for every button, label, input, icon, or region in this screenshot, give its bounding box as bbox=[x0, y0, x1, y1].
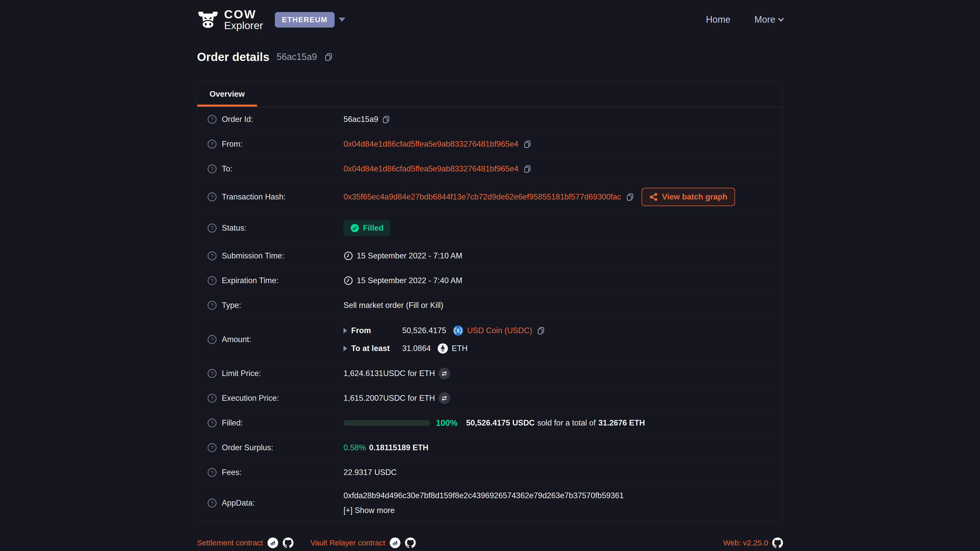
row-appdata: ? AppData: 0xfda28b94d496c30e7bf8d159f8e… bbox=[197, 485, 783, 521]
filled-total-amount: 31.2676 ETH bbox=[598, 418, 645, 427]
network-selector[interactable]: ETHEREUM bbox=[275, 12, 345, 27]
amount-to-label: To at least bbox=[351, 344, 402, 353]
row-fees: ? Fees: 22.9317 USDC bbox=[197, 460, 783, 485]
settlement-contract-link[interactable]: Settlement contract bbox=[197, 538, 263, 547]
svg-text:?: ? bbox=[210, 278, 213, 283]
row-label-text: To: bbox=[222, 164, 232, 173]
svg-text:?: ? bbox=[210, 166, 213, 171]
row-label-text: Submission Time: bbox=[222, 251, 284, 260]
copy-icon[interactable] bbox=[523, 165, 532, 173]
expiration-time-value: 15 September 2022 - 7:40 AM bbox=[357, 276, 463, 285]
row-from: ? From: 0x04d84e1d86cfad5ffea5e9ab833276… bbox=[197, 132, 783, 156]
row-status: ? Status: Filled bbox=[197, 212, 783, 243]
tx-hash-link[interactable]: 0x35f65ec4a9d84e27bdb6844f13e7cb72d9de62… bbox=[344, 192, 621, 202]
svg-text:$: $ bbox=[457, 328, 460, 333]
eth-token-icon bbox=[438, 343, 448, 354]
page-title: Order details bbox=[197, 50, 269, 64]
row-filled: ? Filled: 100% 50,526.4175 USDC sold for… bbox=[197, 410, 783, 435]
svg-text:?: ? bbox=[210, 337, 213, 342]
chevron-down-icon bbox=[778, 16, 784, 22]
svg-text:?: ? bbox=[210, 395, 213, 401]
tab-overview[interactable]: Overview bbox=[197, 81, 257, 106]
help-icon[interactable]: ? bbox=[207, 393, 217, 403]
surplus-amount: 0.18115189 ETH bbox=[369, 443, 428, 452]
order-type-value: Sell market order (Fill or Kill) bbox=[344, 301, 443, 310]
help-icon[interactable]: ? bbox=[207, 164, 217, 174]
usdc-token-link[interactable]: USD Coin (USDC) bbox=[467, 326, 532, 335]
copy-icon[interactable] bbox=[523, 140, 532, 148]
status-badge: Filled bbox=[344, 220, 390, 236]
row-label-text: Order Id: bbox=[222, 115, 253, 124]
view-batch-graph-button[interactable]: View batch graph bbox=[641, 188, 735, 206]
amount-to-value: 31.0864 bbox=[402, 344, 431, 353]
appdata-show-more[interactable]: [+] Show more bbox=[344, 506, 395, 515]
row-submission-time: ? Submission Time: 15 September 2022 - 7… bbox=[197, 243, 783, 268]
limit-price-value: 1,624.6131 bbox=[344, 369, 383, 378]
help-icon[interactable]: ? bbox=[207, 368, 217, 379]
row-limit-price: ? Limit Price: 1,624.6131 USDC for ETH bbox=[197, 361, 783, 386]
amount-from-value: 50,526.4175 bbox=[402, 326, 446, 335]
vault-relayer-group: Vault Relayer contract bbox=[310, 537, 416, 548]
help-icon[interactable]: ? bbox=[207, 251, 217, 261]
help-icon[interactable]: ? bbox=[207, 498, 217, 508]
copy-icon[interactable] bbox=[626, 192, 635, 201]
copy-icon[interactable] bbox=[324, 52, 333, 62]
help-icon[interactable]: ? bbox=[207, 334, 217, 345]
row-order-surplus: ? Order Surplus: 0.58% 0.18115189 ETH bbox=[197, 435, 783, 460]
batch-graph-icon bbox=[649, 192, 658, 201]
svg-text:?: ? bbox=[210, 445, 213, 451]
order-details-card: Overview ? Order Id: 56ac15a9 ? From: 0x… bbox=[197, 81, 783, 521]
svg-text:?: ? bbox=[210, 194, 213, 200]
help-icon[interactable]: ? bbox=[207, 114, 217, 124]
logo-subtitle: Explorer bbox=[224, 20, 263, 31]
limit-price-unit: USDC for ETH bbox=[383, 369, 435, 378]
filled-percentage: 100% bbox=[436, 418, 457, 428]
filled-progress-bar bbox=[344, 420, 430, 426]
check-circle-icon bbox=[350, 224, 360, 233]
row-label-text: Limit Price: bbox=[222, 369, 261, 378]
copy-icon[interactable] bbox=[382, 115, 390, 124]
github-icon[interactable] bbox=[772, 537, 783, 548]
github-icon[interactable] bbox=[405, 537, 416, 548]
nav-home[interactable]: Home bbox=[706, 14, 730, 25]
help-icon[interactable]: ? bbox=[207, 443, 217, 453]
svg-text:?: ? bbox=[210, 225, 213, 231]
row-label-text: Filled: bbox=[222, 418, 243, 427]
nav-more[interactable]: More bbox=[754, 14, 783, 25]
from-address-link[interactable]: 0x04d84e1d86cfad5ffea5e9ab833276481bf965… bbox=[344, 140, 519, 149]
row-label-text: Expiration Time: bbox=[222, 276, 278, 285]
help-icon[interactable]: ? bbox=[207, 418, 217, 428]
help-icon[interactable]: ? bbox=[207, 467, 217, 478]
to-address-link[interactable]: 0x04d84e1d86cfad5ffea5e9ab833276481bf965… bbox=[344, 164, 519, 173]
github-icon[interactable] bbox=[283, 537, 293, 548]
page-header: Order details 56ac15a9 bbox=[197, 50, 783, 64]
execution-price-value: 1,615.2007 bbox=[344, 394, 383, 403]
help-icon[interactable]: ? bbox=[207, 300, 217, 310]
execution-price-unit: USDC for ETH bbox=[383, 394, 435, 403]
row-label-text: Fees: bbox=[222, 468, 242, 477]
submission-time-value: 15 September 2022 - 7:10 AM bbox=[357, 251, 463, 260]
help-icon[interactable]: ? bbox=[207, 192, 217, 202]
main-nav: Home More bbox=[706, 14, 783, 25]
cow-explorer-logo[interactable]: COW Explorer bbox=[197, 8, 263, 31]
help-icon[interactable]: ? bbox=[207, 275, 217, 286]
help-icon[interactable]: ? bbox=[207, 223, 217, 233]
row-order-id: ? Order Id: 56ac15a9 bbox=[197, 107, 783, 132]
row-label-text: Amount: bbox=[222, 335, 251, 344]
invert-price-icon[interactable] bbox=[438, 392, 450, 404]
svg-text:?: ? bbox=[210, 302, 213, 308]
row-expiration-time: ? Expiration Time: 15 September 2022 - 7… bbox=[197, 268, 783, 293]
etherscan-icon[interactable] bbox=[390, 537, 401, 548]
amount-to-line: To at least 31.0864 ETH bbox=[344, 343, 468, 354]
status-text: Filled bbox=[363, 224, 383, 233]
network-badge[interactable]: ETHEREUM bbox=[275, 12, 335, 27]
web-version-link[interactable]: Web: v2.25.0 bbox=[723, 538, 768, 547]
row-label-text: Transaction Hash: bbox=[222, 192, 286, 202]
help-icon[interactable]: ? bbox=[207, 139, 217, 149]
usdc-token-icon: $ bbox=[453, 325, 463, 336]
etherscan-icon[interactable] bbox=[267, 537, 278, 548]
invert-price-icon[interactable] bbox=[438, 368, 450, 380]
copy-icon[interactable] bbox=[537, 326, 546, 335]
vault-relayer-contract-link[interactable]: Vault Relayer contract bbox=[310, 538, 385, 547]
row-label-text: Execution Price: bbox=[222, 394, 279, 403]
